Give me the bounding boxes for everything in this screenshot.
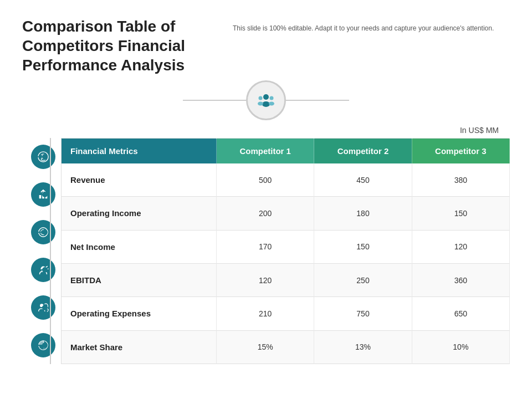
table-section: $	[22, 138, 510, 364]
col-header-comp3: Competitor 3	[412, 139, 509, 164]
metric-market-share: Market Share	[62, 330, 217, 364]
comp3-net-income: 120	[412, 230, 509, 263]
comp1-revenue: 500	[217, 163, 314, 197]
operating-expenses-icon-row	[22, 289, 55, 326]
comp1-market-share: 15%	[217, 330, 314, 364]
comp3-operating-income: 150	[412, 197, 509, 230]
page: Comparison Table of Competitors Financia…	[0, 0, 532, 399]
col-header-comp2: Competitor 2	[314, 139, 412, 164]
market-share-dot	[42, 342, 48, 348]
title-block: Comparison Table of Competitors Financia…	[22, 17, 222, 75]
table-row: EBITDA 120 250 360	[62, 263, 510, 296]
comp1-operating-expenses: 210	[217, 297, 314, 330]
header: Comparison Table of Competitors Financia…	[22, 17, 510, 75]
main-title: Comparison Table of Competitors Financia…	[22, 17, 222, 75]
comparison-table: Financial Metrics Competitor 1 Competito…	[61, 138, 510, 364]
svg-rect-8	[39, 195, 42, 198]
revenue-icon-row: $	[22, 138, 55, 176]
icons-column: $	[22, 138, 61, 364]
table-header-row: Financial Metrics Competitor 1 Competito…	[62, 139, 510, 164]
table-row: Market Share 15% 13% 10%	[62, 330, 510, 364]
market-share-icon-row	[22, 326, 55, 364]
svg-point-2	[259, 96, 263, 100]
net-income-dot	[42, 229, 48, 235]
comp1-operating-income: 200	[217, 197, 314, 230]
svg-point-3	[258, 102, 263, 106]
comp2-ebitda: 250	[314, 263, 412, 296]
subtitle-text: This slide is 100% editable. Adapt it to…	[233, 21, 510, 33]
svg-point-4	[270, 96, 274, 100]
comp3-ebitda: 360	[412, 263, 509, 296]
net-income-icon-row: $	[22, 213, 55, 251]
comp2-market-share: 13%	[314, 330, 412, 364]
svg-point-0	[263, 94, 269, 100]
ebitda-dot	[42, 267, 48, 273]
metric-operating-income: Operating Income	[62, 197, 217, 230]
col-header-comp1: Competitor 1	[217, 139, 314, 164]
currency-label: In US$ MM	[22, 126, 504, 135]
comp3-market-share: 10%	[412, 330, 509, 364]
comp2-operating-income: 180	[314, 197, 412, 230]
metric-net-income: Net Income	[62, 230, 217, 263]
table-row: Net Income 170 150 120	[62, 230, 510, 263]
table-row: Revenue 500 450 380	[62, 163, 510, 197]
table-row: Operating Expenses 210 750 650	[62, 297, 510, 330]
comp2-revenue: 450	[314, 163, 412, 197]
center-competitor-icon	[246, 80, 286, 120]
comp3-revenue: 380	[412, 163, 509, 197]
svg-point-1	[262, 101, 270, 107]
operating-income-dot	[42, 192, 48, 197]
comp2-operating-expenses: 750	[314, 297, 412, 330]
comp1-net-income: 170	[217, 230, 314, 263]
metric-ebitda: EBITDA	[62, 263, 217, 296]
metric-operating-expenses: Operating Expenses	[62, 297, 217, 330]
ebitda-icon-row	[22, 251, 55, 289]
col-header-metric: Financial Metrics	[62, 139, 217, 164]
comp2-net-income: 150	[314, 230, 412, 263]
operating-income-icon-row	[22, 176, 55, 213]
svg-point-5	[269, 102, 274, 106]
operating-expenses-dot	[42, 305, 48, 310]
table-row: Operating Income 200 180 150	[62, 197, 510, 230]
comp3-operating-expenses: 650	[412, 297, 509, 330]
revenue-dot	[42, 154, 48, 160]
metric-revenue: Revenue	[62, 163, 217, 197]
comp1-ebitda: 120	[217, 263, 314, 296]
